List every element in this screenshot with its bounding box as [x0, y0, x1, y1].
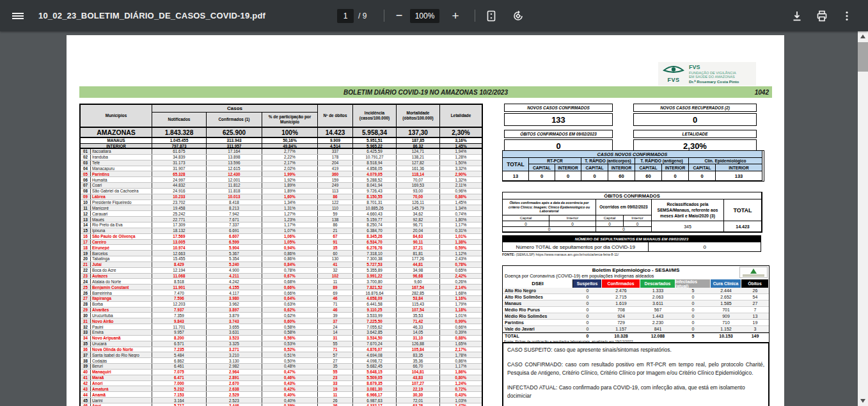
- fvs-name: FVS: [689, 64, 739, 70]
- scrollbar-thumb[interactable]: [858, 42, 868, 72]
- table-row: 29 Alvarães 7.937 3.897 0,62% 46 9.110,2…: [81, 308, 482, 313]
- sesai-row: Médio Rio Purus 0 708 567 0 701 7: [503, 307, 769, 313]
- stat-obitos-confirmados: ÓBITOS CONFIRMADOS EM 09/02/2023 0: [504, 130, 613, 152]
- col-participacao: % de participação por Município: [262, 113, 318, 127]
- sesai-row: Alto Rio Negro 0 2.476 1.333 5 2.444 26: [503, 288, 769, 294]
- table-row: 18 Eirunepé 10.974 5.904 0,94% 35 6.276,…: [81, 245, 482, 251]
- table-row: 22 Boca do Acre 12.194 4.900 0,78% 32 5.…: [81, 268, 482, 274]
- scroll-down-arrow[interactable]: [860, 399, 865, 403]
- fvs-line2: EM SAÚDE DO AMAZONAS: [689, 75, 739, 79]
- table-row: 12 Carauari 25.242 7.942 1,27% 59 4.660,…: [81, 211, 482, 217]
- casos-novos-table: CASOS NOVOS CONFIRMADOS RT-PCR T. RÁPIDO…: [502, 150, 764, 182]
- table-row: 33 Envira 9.957 3.631 0,58% 14 3.642,85 …: [81, 330, 482, 336]
- bulletin-number: 1042: [755, 89, 769, 96]
- sesai-row: Alto Rio Solimões 0 2.715 2.063 0 2.652 …: [503, 294, 769, 301]
- fit-page-icon[interactable]: [483, 0, 500, 31]
- table-row: 26 Barreirinha 7.470 4.117 0,66% 69 16.8…: [81, 290, 482, 296]
- table-row: 13 Maués 22.771 7.671 1,23% 138 5.159,77…: [81, 217, 482, 223]
- table-row: 27 Itapiranga 7.596 3.980 0,64% 46 4.658…: [81, 296, 482, 302]
- table-row: 34 Novo Aripuanã 8.200 3.523 0,56% 31 3.…: [81, 336, 482, 341]
- rotate-icon[interactable]: [510, 0, 526, 31]
- case-definitions-box: CASO SUSPEITO: caso que apresente sinais…: [502, 342, 769, 406]
- menu-icon[interactable]: [9, 0, 27, 31]
- table-row: 40 Manaquiri 7.075 2.964 0,47% 55 5.648,…: [81, 370, 482, 375]
- stat-letalidade: LETALIDADE 2,30%: [633, 130, 757, 152]
- sepultamentos-table: NÚMERO DE SEPULTAMENTOS EM MANAUS EM 09/…: [502, 235, 761, 252]
- sesai-total-row: TOTAL 0 10.328 12.088 5 10.153 149: [503, 332, 769, 339]
- table-row: 41 Maraã 6.471 2.891 0,46% 23 5.509,05 4…: [81, 375, 482, 381]
- table-row: 32 Pauini 11.701 3.655 0,58% 24 7.055,62…: [81, 324, 482, 330]
- stat-novos-casos-recuperados: NOVOS CASOS RECUPERADOS (2) 0: [633, 104, 757, 126]
- table-row: 16 São Paulo de Olivença 17.569 6.607 1,…: [81, 234, 482, 240]
- more-options-icon[interactable]: [840, 0, 854, 31]
- municipality-table: Municípios Casos Notificados Confirmados…: [79, 104, 483, 406]
- page-number-input[interactable]: [337, 9, 354, 23]
- pdf-toolbar: 10_02_23_BOLETIM_DIÁRIO_DE_CASOS_COVID-1…: [0, 0, 868, 31]
- col-mortalidade: Mortalidade (óbitos/100.000): [397, 105, 440, 127]
- table-row: 08 São Gabriel da Cachoeira 24.916 11.81…: [81, 189, 482, 194]
- table-row: 28 Borba 12.203 3.962 0,63% 71 6.441,58 …: [81, 302, 482, 308]
- sesai-table: Boletim Epidemiológico - SESAI/MS Doença…: [502, 265, 769, 345]
- col-municipios: Municípios: [81, 105, 152, 127]
- definition-infectado-atual: INFECTADO ATUAL: Caso confirmado para CO…: [507, 384, 764, 400]
- sesai-row: Médio Rio Solimões 0 924 1.443 0 909 13: [503, 313, 769, 320]
- bulletin-title: BOLETIM DIÁRIO COVID-19 NO AMAZONAS 10/2…: [79, 89, 772, 96]
- table-row: 20 Tabatinga 15.455 5.354 0,86% 130 7.30…: [81, 256, 482, 262]
- table-row: 30 Urucurituba 7.359 3.879 0,62% 39 3.53…: [81, 313, 482, 318]
- table-row: 46 Apuí 5.717 2.446 0,39% 36 4.332,17 63…: [81, 403, 482, 406]
- table-row: 45 Uarini 3.164 2.523 0,40% 26 6.987,63 …: [81, 398, 482, 403]
- definition-caso-suspeito: CASO SUSPEITO: caso que apresente sinais…: [507, 346, 764, 354]
- sesai-row: Manaus 0 1.619 3.611 0 1.585 27: [503, 301, 769, 307]
- sesai-header-row: DSEI Suspeitos Confirmados Descartados I…: [503, 279, 769, 288]
- table-row: 39 Beruri 6.461 2.982 0,48% 35 5.682,45 …: [81, 364, 482, 370]
- col-letalidade: Letalidade: [440, 105, 482, 127]
- table-row: 21 Jutaí 8.429 5.240 0,84% 41 5.727,53 4…: [81, 262, 482, 268]
- zoom-level[interactable]: 100%: [410, 9, 439, 23]
- sesai-subtitle: Doença por Coronavírus (COVID-19) em pop…: [505, 273, 767, 279]
- download-icon[interactable]: [789, 0, 805, 31]
- fvs-logo: FVS FVS FUNDAÇÃO DE VIGILÂNCIA EM SAÚDE …: [658, 62, 756, 86]
- table-row: 04 Manacapuru 31.907 12.615 2,02% 419 4.…: [81, 166, 482, 172]
- col-obitos: Nº de óbitos: [318, 105, 353, 127]
- table-row: 10 Presidente Figueiredo 23.702 8.418 1,…: [81, 200, 482, 206]
- sepultamentos-fonte: FONTE: (SEMULSP) https://www.manaus.am.g…: [502, 253, 764, 256]
- vertical-scrollbar[interactable]: [858, 31, 868, 406]
- stat-novos-casos-confirmados: NOVOS CASOS CONFIRMADOS 133: [504, 104, 613, 126]
- scroll-up-arrow[interactable]: [860, 35, 865, 38]
- table-row: 36 Nova Olinda do Norte 7.235 3.271 0,52…: [81, 347, 482, 353]
- col-casos: Casos: [152, 105, 318, 113]
- table-row: 07 Coari 44.832 11.812 1,89% 249 8.041,9…: [81, 183, 482, 189]
- print-icon[interactable]: [814, 0, 830, 31]
- sesai-row: Parintins 0 729 2.230 0 710 19: [503, 320, 769, 326]
- table-row: 31 Novo Airão 9.843 3.743 0,60% 37 7.225…: [81, 318, 482, 324]
- municipality-table-header: Municípios Casos Notificados Confirmados…: [81, 105, 482, 128]
- sesai-rows: Alto Rio Negro 0 2.476 1.333 5 2.444 26 …: [503, 288, 769, 332]
- table-row: 03 Tefé 31.173 13.596 2,17% 204 8.518,94…: [81, 160, 482, 166]
- table-row: 11 Manicoré 19.458 8.213 1,31% 110 10.88…: [81, 205, 482, 211]
- table-row: 02 Iranduba 34.839 13.898 2,22% 178 10.7…: [81, 155, 482, 160]
- table-row: 06 Humaitá 24.997 12.001 1,92% 159 5.288…: [81, 177, 482, 183]
- pdf-page: FVS FVS FUNDAÇÃO DE VIGILÂNCIA EM SAÚDE …: [67, 35, 784, 406]
- table-row: 23 Autazes 11.068 4.211 0,67% 102 3.991,…: [81, 274, 482, 279]
- table-row: 35 Urucará 6.571 3.325 0,53% 55 7.670,24…: [81, 341, 482, 347]
- page-count: / 9: [358, 0, 367, 31]
- col-incidencia: Incidência (casos/100.000): [353, 105, 397, 127]
- municipality-rows: 01 Itacoatiara 61.675 17.164 2,77% 337 6…: [81, 149, 482, 406]
- table-row: 38 Codajás 6.862 3.130 0,50% 27 4.098,72…: [81, 358, 482, 364]
- zoom-out-button[interactable]: −: [391, 0, 407, 31]
- zoom-in-button[interactable]: +: [448, 0, 463, 31]
- obitos-confirmados-table: ÓBITOS CONFIRMADOS Óbitos confirmados ap…: [502, 192, 762, 233]
- table-row: 24 Atalaia do Norte 8.518 4.242 0,68% 11…: [81, 279, 482, 285]
- table-row: 25 Benjamin Constant 11.901 4.155 0,66% …: [81, 285, 482, 290]
- table-row: 37 Santa Isabel do Rio Negro 5.484 3.210…: [81, 352, 482, 358]
- table-row: 44 Anamã 7.153 2.529 0,40% 11 6.966,17 3…: [81, 392, 482, 398]
- document-title: 10_02_23_BOLETIM_DIÁRIO_DE_CASOS_COVID-1…: [38, 0, 265, 31]
- table-row: 09 Lábrea 10.233 10.013 1,60% 86 8.150,5…: [81, 194, 482, 200]
- fvs-line3: Dr.ª Rosemary Costa Pinto: [689, 79, 739, 84]
- sesai-title: Boletim Epidemiológico - SESAI/MS: [505, 267, 767, 273]
- definition-caso-confirmado: CASO CONFIRMADO: caso com resultado posi…: [507, 361, 764, 377]
- table-row: 42 Anori 7.000 2.670 0,43% 33 8.679,35 1…: [81, 381, 482, 387]
- table-row: 43 Amaturá 5.232 2.638 0,42% 19 3.081,30…: [81, 386, 482, 392]
- table-row: 05 Parintins 65.328 12.430 1,99% 360 4.0…: [81, 171, 482, 177]
- table-row: 15 Ipixuna 18.132 6.691 1,07% 21 6.384,7…: [81, 228, 482, 234]
